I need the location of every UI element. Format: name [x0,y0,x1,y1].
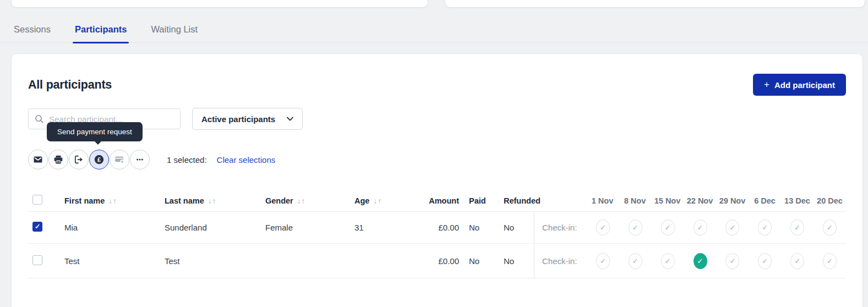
checkin-toggle[interactable] [629,253,642,269]
checkin-toggle[interactable] [661,253,675,269]
checkin-toggle[interactable] [758,253,772,269]
cell-last-name: Sunderland [165,223,265,232]
col-age[interactable]: Age↓↑ [354,196,415,205]
table-row: Mia Sunderland Female 31 £0.00 No No Che… [28,212,846,244]
cell-last-name: Test [165,256,265,266]
tab[interactable]: Participants [73,24,129,42]
clear-selections-link[interactable]: Clear selections [217,155,276,165]
cell-first-name: Mia [64,223,165,232]
cell-amount: £0.00 [415,256,459,266]
col-paid: Paid [459,196,494,205]
table-header: First name↓↑ Last name↓↑ Gender↓↑ Age↓↑ … [28,190,846,212]
row-checkbox[interactable] [32,255,42,265]
checkin-toggle[interactable] [725,220,739,235]
checkin-toggle[interactable] [596,220,610,235]
add-participant-label: Add participant [774,80,835,90]
more-options-icon[interactable] [130,150,150,169]
tooltip-send-payment-request: Send payment request [47,122,143,141]
date-column-header: 15 Nov [651,196,684,205]
page-title: All participants [28,78,112,92]
chevron-down-icon [287,117,293,121]
sort-icons: ↓↑ [373,197,382,205]
col-amount: Amount [415,196,459,205]
export-icon[interactable] [69,150,89,169]
row-checkbox[interactable] [32,222,42,232]
tab[interactable]: Waiting List [149,24,200,42]
col-gender[interactable]: Gender↓↑ [265,196,354,205]
checkin-toggle[interactable] [823,253,837,269]
cell-first-name: Test [64,256,165,266]
search-icon [34,114,45,124]
checkin-toggle[interactable] [823,220,837,235]
checkin-toggle[interactable] [758,220,772,235]
sort-icons: ↓↑ [297,197,306,205]
sort-icons: ↓↑ [108,197,117,205]
tab[interactable]: Sessions [12,24,53,42]
filter-value: Active participants [201,114,275,124]
plus-icon: + [764,79,769,90]
add-card-icon[interactable] [110,150,129,169]
print-icon[interactable] [48,150,68,169]
cell-paid: No [459,256,494,266]
date-column-header: 8 Nov [619,196,651,205]
table-row: Test Test £0.00 No No Check-in: [28,244,846,278]
participants-table: First name↓↑ Last name↓↑ Gender↓↑ Age↓↑ … [28,190,846,278]
table-body: Mia Sunderland Female 31 £0.00 No No Che… [28,212,846,278]
cell-paid: No [459,223,494,232]
participants-panel: All participants + Add participant Activ… [11,53,863,307]
sort-icons: ↓↑ [208,197,217,205]
checkin-toggle[interactable] [629,220,642,235]
date-column-header: 20 Dec [814,196,846,205]
checkin-toggle[interactable] [596,253,610,269]
date-column-header: 13 Dec [781,196,814,205]
checkin-toggle[interactable] [790,220,804,235]
cell-amount: £0.00 [415,223,459,232]
cell-age: 31 [354,223,415,232]
checkin-label: Check-in: [534,256,587,266]
payment-request-icon[interactable]: £ [89,150,109,169]
svg-text:£: £ [97,156,101,163]
date-column-header: 6 Dec [749,196,781,205]
checkin-toggle[interactable] [694,220,707,235]
email-icon[interactable] [28,150,48,169]
cell-gender: Female [265,223,354,232]
col-first-name[interactable]: First name↓↑ [64,196,165,205]
date-columns: 1 Nov8 Nov15 Nov22 Nov29 Nov6 Dec13 Dec2… [534,190,846,211]
checkin-toggle[interactable] [725,253,739,269]
checkin-toggle[interactable] [661,220,675,235]
checkin-toggle[interactable] [694,253,707,269]
tab-bar: Sessions Participants Waiting List [0,0,868,43]
participants-filter-dropdown[interactable]: Active participants [192,108,303,130]
checkin-label: Check-in: [534,223,587,232]
col-last-name[interactable]: Last name↓↑ [165,196,265,205]
selection-count: 1 selected: [167,155,207,165]
col-refunded: Refunded [494,196,534,205]
checkin-toggle[interactable] [790,253,804,269]
date-column-header: 22 Nov [684,196,716,205]
date-column-header: 29 Nov [716,196,749,205]
select-all-checkbox[interactable] [32,195,42,205]
cell-refunded: No [494,256,534,266]
date-column-header: 1 Nov [586,196,619,205]
cell-refunded: No [494,223,534,232]
add-participant-button[interactable]: + Add participant [753,74,846,96]
